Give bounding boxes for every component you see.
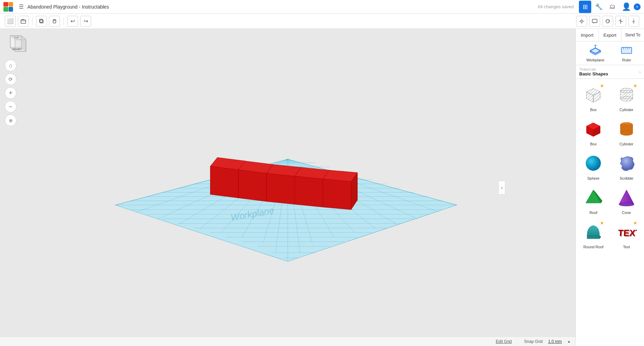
workplane-tool[interactable]: Workplane: [586, 44, 604, 62]
shape-cone-icon: [614, 185, 639, 210]
category-source: Tinkercad: [579, 67, 608, 71]
shape-box-hole-icon: ★: [581, 82, 606, 107]
shape-box-solid-label: Box: [590, 142, 597, 146]
category-arrow-icon: ›: [639, 70, 641, 74]
redo-button[interactable]: ↪: [80, 16, 91, 27]
rotate3d-button[interactable]: [602, 16, 613, 27]
svg-marker-89: [590, 48, 600, 55]
svg-text:TEXT: TEXT: [618, 228, 636, 239]
left-controls: ⌂ ⟳ + − ⊕: [5, 60, 16, 126]
viewport[interactable]: TOP FRONT ⌂ ⟳ + −: [0, 29, 575, 346]
svg-rect-92: [621, 47, 632, 53]
new-button[interactable]: ⬜: [5, 16, 16, 27]
star-badge-round-roof: ★: [600, 220, 604, 226]
shape-cylinder-hole-icon: ★: [614, 82, 639, 107]
svg-rect-12: [619, 20, 620, 21]
svg-marker-73: [210, 166, 238, 198]
grid-view-button[interactable]: ⊞: [579, 1, 591, 13]
mirror-button[interactable]: [628, 16, 639, 27]
shape-roof-label: Roof: [590, 211, 597, 215]
zoom-in-button[interactable]: +: [5, 87, 16, 99]
panel-scroll-arrow[interactable]: ›: [498, 181, 505, 194]
shape-cone-label: Cone: [622, 211, 631, 215]
star-badge-box-hole: ★: [600, 83, 604, 88]
shapes-grid: ★ Box ★: [576, 79, 644, 252]
red-box-5: [323, 170, 358, 210]
tools-button[interactable]: 🔧: [593, 1, 605, 13]
delete-button[interactable]: [49, 16, 60, 27]
home-button[interactable]: ⌂: [5, 60, 16, 71]
zoom-out-button[interactable]: −: [5, 101, 16, 112]
snap-grid-label: Snap Grid: [524, 339, 543, 344]
profile-button[interactable]: 👤: [620, 1, 632, 13]
shape-text[interactable]: ★ TEXT TEXT Text: [610, 217, 643, 251]
tinkercad-logo: [3, 2, 13, 12]
toolbar-separator-2: [63, 17, 64, 25]
light-button[interactable]: [576, 16, 587, 27]
panel-tools: Workplane Ruler: [576, 41, 644, 65]
svg-point-4: [581, 20, 583, 22]
shape-cylinder-solid[interactable]: Cylinder: [610, 115, 643, 148]
shape-scribble-icon: [614, 151, 639, 176]
category-label: Basic Shapes: [579, 71, 608, 76]
star-badge-text: ★: [633, 220, 637, 226]
export-button[interactable]: Export: [599, 29, 622, 41]
view-cube[interactable]: TOP FRONT: [3, 32, 27, 56]
notifications-button[interactable]: +: [634, 3, 641, 10]
ruler-label: Ruler: [622, 58, 631, 62]
ruler-icon: [620, 44, 633, 57]
shape-cylinder-solid-icon: [614, 117, 639, 141]
statusbar: Edit Grid Snap Grid 1.0 mm ▲: [0, 336, 575, 346]
send-to-button[interactable]: Send To: [621, 29, 644, 41]
shape-scribble-label: Scribble: [620, 176, 633, 180]
shape-category[interactable]: Tinkercad Basic Shapes ›: [576, 65, 644, 79]
shape-scribble[interactable]: Scribble: [610, 149, 643, 182]
open-button[interactable]: [18, 16, 29, 27]
right-panel: Import Export Send To Workplane: [575, 29, 644, 346]
shape-text-icon: ★ TEXT TEXT: [614, 219, 639, 244]
align-button[interactable]: [615, 16, 626, 27]
svg-point-110: [620, 131, 633, 135]
comment-button[interactable]: [589, 16, 600, 27]
workplane-icon: [589, 44, 602, 57]
shape-box-solid[interactable]: Box: [577, 115, 610, 148]
shape-cylinder-hole-label: Cylinder: [620, 108, 633, 112]
shape-round-roof[interactable]: ★: [577, 217, 610, 251]
svg-rect-0: [21, 20, 26, 23]
shape-cylinder-hole[interactable]: ★ Cylinder: [610, 80, 643, 114]
svg-point-111: [586, 156, 601, 171]
svg-point-115: [619, 203, 634, 206]
toolbar: ⬜ ↩ ↪: [0, 14, 644, 29]
toolbar-separator: [32, 17, 33, 25]
svg-marker-79: [267, 173, 295, 204]
shape-sphere-icon: [581, 151, 606, 176]
snap-grid-value[interactable]: 1.0 mm: [548, 339, 562, 344]
shape-roof[interactable]: Roof: [577, 183, 610, 217]
import-button[interactable]: Import: [576, 29, 599, 41]
shape-box-hole[interactable]: ★ Box: [577, 80, 610, 114]
svg-point-104: [620, 96, 633, 101]
svg-rect-9: [592, 19, 597, 23]
snap-grid-arrow[interactable]: ▲: [567, 339, 571, 343]
shape-box-solid-icon: [581, 117, 606, 141]
ruler-tool[interactable]: Ruler: [620, 44, 633, 62]
layers-button[interactable]: 🗂: [606, 1, 619, 13]
toolbar-right: [576, 16, 639, 27]
menu-icon[interactable]: ☰: [15, 1, 27, 13]
main-area: TOP FRONT ⌂ ⟳ + −: [0, 29, 644, 346]
fit-button[interactable]: ⊕: [5, 115, 16, 126]
copy-button[interactable]: [36, 16, 47, 27]
shape-cone[interactable]: Cone: [610, 183, 643, 217]
shape-roof-icon: [581, 185, 606, 210]
star-badge-cylinder-hole: ★: [633, 83, 637, 88]
undo-button[interactable]: ↩: [67, 16, 78, 27]
shape-sphere[interactable]: Sphere: [577, 149, 610, 182]
panel-actions: Import Export Send To: [576, 29, 644, 41]
shape-sphere-label: Sphere: [587, 176, 599, 180]
edit-grid-label[interactable]: Edit Grid: [496, 339, 512, 344]
svg-rect-13: [621, 21, 623, 22]
view-mode-icons: ⊞ 🔧 🗂 👤 +: [579, 1, 641, 13]
svg-marker-85: [323, 179, 351, 210]
orbit-button[interactable]: ⟳: [5, 73, 16, 85]
document-title: Abandoned Playground - Instructables: [27, 4, 537, 10]
